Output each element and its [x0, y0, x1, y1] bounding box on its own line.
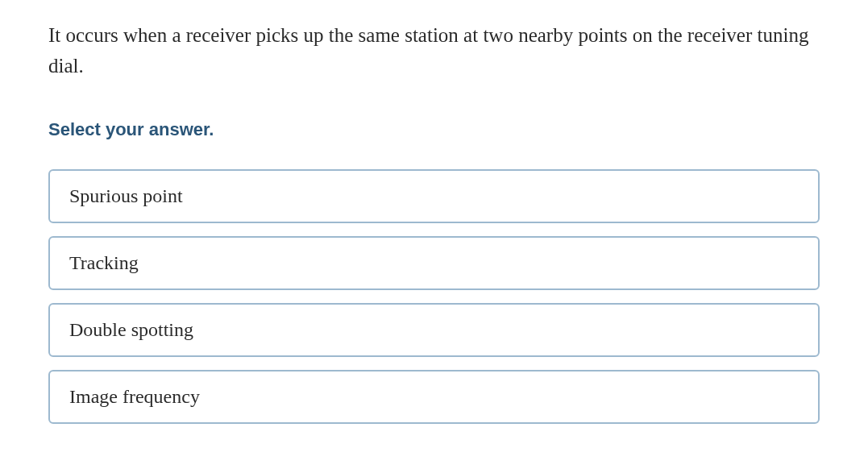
answer-option-0[interactable]: Spurious point: [48, 169, 820, 223]
answer-option-label: Spurious point: [69, 185, 183, 206]
answer-option-2[interactable]: Double spotting: [48, 303, 820, 357]
answer-option-label: Double spotting: [69, 319, 193, 340]
answer-option-label: Image frequency: [69, 386, 200, 407]
answer-option-1[interactable]: Tracking: [48, 236, 820, 290]
answer-option-3[interactable]: Image frequency: [48, 370, 820, 424]
answer-prompt: Select your answer.: [48, 119, 820, 140]
answer-option-label: Tracking: [69, 252, 139, 273]
question-text: It occurs when a receiver picks up the s…: [48, 20, 820, 81]
